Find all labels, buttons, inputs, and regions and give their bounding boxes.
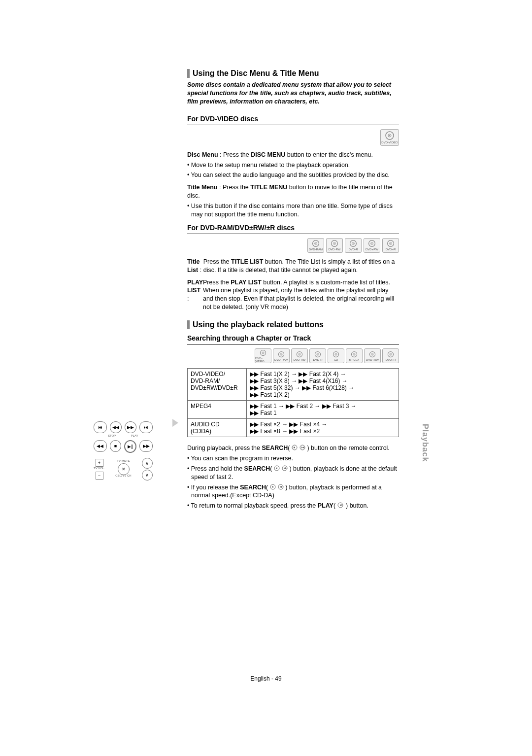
search-bullet-2: • Press and hold the SEARCH( ) button, p… (187, 465, 399, 481)
ch-down-icon: ∨ (142, 470, 153, 481)
mute-label: TV MUTE (117, 459, 130, 462)
disc-icon: MPEG4 (346, 348, 363, 363)
arrow-icon (172, 419, 178, 427)
remote-diagram: ⏮ ◀◀ ▶▶ ⏭ STOPPLAY ◀◀ ■ ▶‖ ▶▶ + TV VOL. … (94, 421, 153, 481)
section-tab: Playback (421, 424, 430, 462)
skip-back-icon: ⏮ (94, 421, 107, 433)
rew-fwd-icon (274, 465, 288, 471)
subhead-search: Searching through a Chapter or Track (187, 334, 399, 344)
svg-point-23 (281, 354, 281, 354)
play-button-icon: ▶‖ (124, 440, 136, 453)
forward-icon: ▶▶ (125, 421, 136, 433)
section-title-2: Using the playback related buttons (187, 320, 399, 329)
rew-fwd-icon (270, 484, 284, 490)
svg-point-20 (263, 352, 263, 353)
disc-icon-dvd-video: DVD-VIDEO (380, 129, 399, 146)
cell-speed-1: ▶▶ Fast 1(X 2) → ▶▶ Fast 2(X 4) → ▶▶ Fas… (247, 369, 399, 401)
disc-icons-1: DVD-VIDEO (187, 129, 399, 146)
cell-media-1: DVD-VIDEO/ DVD-RAM/ DVD±RW/DVD±R (188, 369, 247, 401)
cell-media-2: MPEG4 (188, 401, 247, 419)
disc-menu-para: Disc Menu : Press the DISC MENU button t… (187, 151, 399, 159)
svg-point-26 (299, 354, 299, 354)
svg-point-2 (389, 135, 390, 136)
svg-point-38 (372, 354, 372, 354)
search-bullet-1: • You can scan the program in reverse. (187, 454, 399, 463)
disc-icon: DVD-RAM (273, 348, 290, 363)
svg-marker-46 (301, 447, 303, 448)
svg-point-11 (353, 243, 354, 244)
play-label: PLAY (125, 434, 144, 437)
title-menu-para: Title Menu : Press the TITLE MENU button… (187, 183, 399, 200)
table-row: AUDIO CD (CDDA) ▶▶ Fast ×2 → ▶▶ Fast ×4 … (188, 419, 399, 437)
disc-icon: DVD+RW (364, 348, 381, 363)
svg-marker-58 (280, 486, 281, 488)
disc-icon: DVD+RW (364, 238, 380, 253)
cbc-label: CBC/TV CH (115, 474, 131, 477)
mute-icon: ✕ (118, 463, 130, 475)
bullet-3: • Use this button if the disc contains m… (187, 202, 399, 219)
svg-point-17 (390, 243, 391, 244)
svg-point-29 (317, 354, 318, 354)
svg-point-8 (334, 243, 335, 244)
svg-point-32 (335, 354, 336, 354)
stop-button-icon: ■ (110, 440, 121, 452)
disc-icon: CD (328, 348, 344, 363)
bullet-2: • You can select the audio language and … (187, 171, 399, 179)
subhead-dvdram: For DVD-RAM/DVD±RW/±R discs (187, 224, 399, 234)
bullet-1: • Move to the setup menu related to the … (187, 161, 399, 170)
stop-label: STOP (102, 434, 122, 437)
svg-point-35 (354, 354, 354, 354)
vol-buttons: + TV VOL. − (94, 459, 105, 480)
disc-icon: DVD-RAM (307, 238, 324, 253)
title-list-def: Title List : Press the TITLE LIST button… (187, 258, 399, 275)
svg-marker-47 (303, 447, 304, 448)
skip-fwd-icon: ⏭ (139, 421, 153, 433)
ch-buttons: ∧ ∨ (142, 458, 153, 481)
btn-right-icon: ▶▶ (139, 440, 153, 452)
disc-icon: DVD+R (382, 348, 399, 363)
disc-icon: DVD+R (382, 238, 399, 253)
svg-marker-52 (284, 467, 285, 469)
rewind-icon: ◀◀ (110, 421, 122, 433)
play-icon (337, 502, 344, 508)
vol-up-icon: + (96, 459, 103, 467)
disc-icon: DVD-R (345, 238, 362, 253)
svg-point-5 (315, 243, 316, 244)
section-title-1: Using the Disc Menu & Title Menu (187, 69, 399, 78)
svg-marker-53 (285, 467, 287, 469)
disc-icons-3: DVD-VIDEO DVD-RAM DVD-RW DVD-R CD MPEG4 … (187, 348, 399, 363)
table-row: DVD-VIDEO/ DVD-RAM/ DVD±RW/DVD±R ▶▶ Fast… (188, 369, 399, 401)
disc-icons-2: DVD-RAM DVD-RW DVD-R DVD+RW DVD+R (187, 238, 399, 253)
subhead-dvdvideo: For DVD-VIDEO discs (187, 115, 399, 125)
play-list-def: PLAY LIST : Press the PLAY LIST button. … (187, 278, 399, 312)
btn-left-icon: ◀◀ (94, 440, 107, 452)
svg-marker-59 (281, 486, 283, 488)
rew-fwd-icon (292, 445, 305, 450)
search-bullet-3: • If you release the SEARCH( ) button, p… (187, 483, 399, 500)
disc-icon: DVD-VIDEO (255, 348, 271, 363)
page-footer: English - 49 (0, 675, 532, 682)
ch-up-icon: ∧ (142, 458, 153, 469)
cell-media-3: AUDIO CD (CDDA) (188, 419, 247, 437)
cell-speed-2: ▶▶ Fast 1 → ▶▶ Fast 2 → ▶▶ Fast 3 → ▶▶ F… (247, 401, 399, 419)
intro-text: Some discs contain a dedicated menu syst… (187, 81, 399, 106)
search-note-1: During playback, press the SEARCH( ) but… (187, 444, 399, 452)
svg-point-14 (371, 243, 372, 244)
disc-icon: DVD-RW (291, 348, 308, 363)
disc-icon: DVD-R (309, 348, 326, 363)
cell-speed-3: ▶▶ Fast ×2 → ▶▶ Fast ×4 → ▶▶ Fast ×8 → ▶… (247, 419, 399, 437)
vol-down-icon: − (96, 472, 103, 480)
svg-point-41 (390, 354, 391, 354)
search-bullet-4: • To return to normal playback speed, pr… (187, 502, 399, 510)
search-speed-table: DVD-VIDEO/ DVD-RAM/ DVD±RW/DVD±R ▶▶ Fast… (187, 368, 399, 437)
disc-icon: DVD-RW (326, 238, 343, 253)
table-row: MPEG4 ▶▶ Fast 1 → ▶▶ Fast 2 → ▶▶ Fast 3 … (188, 401, 399, 419)
disc-label: DVD-VIDEO (381, 141, 398, 144)
